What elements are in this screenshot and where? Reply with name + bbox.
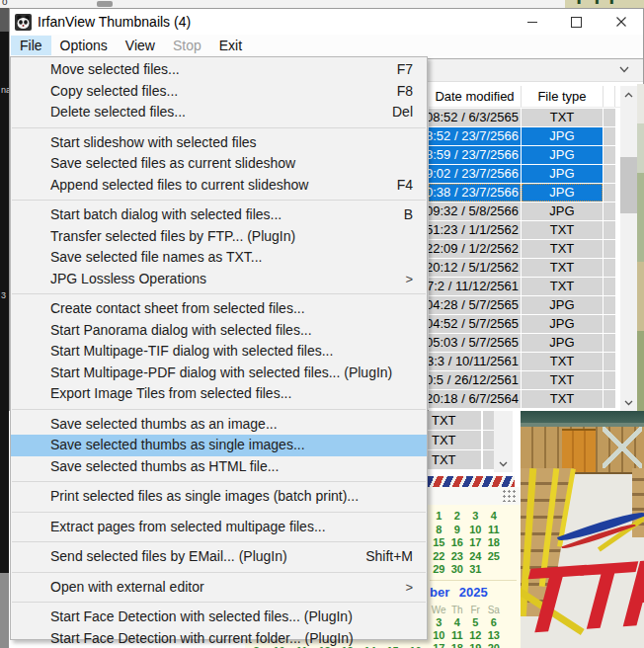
table-row[interactable]: 1/2/2562 / 22:09:...TXT xyxy=(429,239,637,258)
menubar-item-options[interactable]: Options xyxy=(51,36,117,55)
menu-item-label: Start batch dialog with selected files..… xyxy=(50,204,282,226)
minimize-button[interactable] xyxy=(510,9,554,35)
scroll-up-arrow-icon[interactable] xyxy=(620,86,637,103)
table-row[interactable]: 11/12/2561 / 07:2...TXT xyxy=(429,277,637,295)
cell-date-modified: 23/7/2566 / 10:38:... xyxy=(429,184,521,202)
close-button[interactable] xyxy=(599,9,643,35)
menubar-item-stop[interactable]: Stop xyxy=(164,36,210,55)
top-strip-fragment: o xyxy=(2,0,8,7)
cell-extra xyxy=(604,127,615,145)
photo-orange-boxes xyxy=(562,429,596,472)
table-row[interactable]: 23/7/2566 / 09:02:...JPG xyxy=(429,164,637,183)
table-row[interactable]: 5/8/2566 / 09:32:...JPG xyxy=(429,202,637,220)
menu-item[interactable]: Extract pages from selected multipage fi… xyxy=(11,517,427,538)
sliver-gray-top xyxy=(0,8,9,32)
table-row[interactable]: 26/12/2561 / 00:5...TXT xyxy=(429,370,637,389)
menu-item[interactable]: Start Multipage-TIF dialog with selected… xyxy=(11,341,427,363)
calendar-week-row: 10111213 xyxy=(430,627,523,640)
menu-item[interactable]: Transfer selected files by FTP... (PlugI… xyxy=(11,226,427,248)
scrollbar-thumb[interactable] xyxy=(620,157,637,213)
maximize-icon xyxy=(571,17,582,28)
menu-item[interactable]: Move selected files...F7 xyxy=(11,59,427,81)
table-row[interactable]: 6/3/2565 / 08:52:...TXT xyxy=(429,108,637,126)
irfanview-app-icon xyxy=(15,14,32,31)
table-row[interactable]: 6/7/2564 / 20:18:...TXT xyxy=(429,389,637,408)
scroll-down-arrow-icon[interactable] xyxy=(494,455,513,472)
menu-item-label: Start Multipage-TIF dialog with selected… xyxy=(50,341,333,363)
calendar-month-top: 12348910111516171822232425293031 xyxy=(430,505,523,575)
table-row[interactable]: 5/7/2565 / 15:05:03JPG xyxy=(429,333,637,352)
list-scrollbar[interactable] xyxy=(620,86,637,411)
menu-item[interactable]: Start slideshow with selected files xyxy=(11,132,427,154)
background-image-corner: TTP xyxy=(565,0,644,8)
menu-item[interactable]: Open with external editor> xyxy=(11,577,427,599)
menu-item-shortcut: Shift+M xyxy=(354,546,413,568)
table-row[interactable]: 10/11/2561 / 13:3...TXT xyxy=(429,352,637,370)
menu-item[interactable]: Delete selected files...Del xyxy=(11,102,427,123)
menu-separator xyxy=(12,409,426,410)
menu-item[interactable]: Start batch dialog with selected files..… xyxy=(11,204,427,226)
cell-file-type: JPG xyxy=(522,146,603,164)
menu-item[interactable]: Append selected files to current slidesh… xyxy=(11,175,427,197)
cell-extra xyxy=(604,240,615,258)
scroll-down-arrow-icon[interactable] xyxy=(620,394,637,411)
menu-item[interactable]: Print selected files as single images (b… xyxy=(11,486,427,508)
table-row[interactable]: 1/1/2562 / 14:51:23TXT xyxy=(429,220,637,239)
menubar-item-exit[interactable]: Exit xyxy=(210,36,251,55)
menu-separator xyxy=(12,541,426,542)
menu-item[interactable]: Create contact sheet from selected files… xyxy=(11,298,427,320)
menu-item[interactable]: Copy selected files...F8 xyxy=(11,81,427,103)
maximize-button[interactable] xyxy=(554,9,599,35)
menu-item[interactable]: Save selected thumbs as single images... xyxy=(11,435,427,456)
table-row[interactable]: 23/7/2566 / 10:38:...JPG xyxy=(429,183,637,202)
menu-item-label: Save selected file names as TXT... xyxy=(50,247,263,269)
submenu-arrow-icon: > xyxy=(405,577,413,599)
menu-separator xyxy=(12,127,426,128)
menu-item[interactable]: Start Multipage-PDF dialog with selected… xyxy=(11,363,427,384)
striped-border-graphic xyxy=(428,476,515,487)
calendar-day: 19 xyxy=(466,642,485,648)
menubar-item-view[interactable]: View xyxy=(117,36,164,55)
calendar-week-row: 1234 xyxy=(430,508,523,522)
warehouse-photo: TTP xyxy=(521,411,644,648)
table-row[interactable]: 5/7/2565 / 15:04:52JPG xyxy=(429,314,637,333)
company-logo-text: TTP xyxy=(521,543,644,648)
cell-extra xyxy=(604,353,615,370)
table-row[interactable]: 5/1/2562 / 20:12:...TXT xyxy=(429,258,637,277)
table-row[interactable]: 23/7/2566 / 08:52:...JPG xyxy=(429,126,637,145)
table-row[interactable]: 5/7/2565 / 15:04:28JPG xyxy=(429,295,637,314)
menu-item[interactable]: Save selected thumbs as HTML file... xyxy=(11,456,427,478)
mini-cell-extra xyxy=(483,411,494,430)
cell-file-type: JPG xyxy=(522,127,603,145)
menu-item[interactable]: Send selected files by EMail... (PlugIn)… xyxy=(11,546,427,568)
column-header-file-type[interactable]: File type xyxy=(522,86,604,107)
menu-item[interactable]: JPG Lossless Operations> xyxy=(11,269,427,290)
mini-scrollbar[interactable] xyxy=(494,411,513,472)
menu-item[interactable]: Start Panorama dialog with selected file… xyxy=(11,320,427,342)
cell-date-modified: 23/7/2566 / 08:59:... xyxy=(429,146,521,164)
menubar-item-file[interactable]: File xyxy=(11,36,51,55)
menu-item[interactable]: Save selected files as current slideshow xyxy=(11,153,427,175)
menu-item-label: Export Image Tiles from selected files..… xyxy=(50,383,291,405)
column-header-date-modified[interactable]: Date modified xyxy=(429,86,522,107)
mini-cell-extra xyxy=(483,450,494,469)
menu-item[interactable]: Start Face Detection with selected files… xyxy=(11,607,427,628)
cell-file-type: JPG xyxy=(522,165,603,183)
mini-cell-file-type: TXT xyxy=(428,450,481,469)
window-bottom-strip xyxy=(428,487,521,505)
photo-cross-brace xyxy=(603,427,642,468)
menu-item-shortcut: Del xyxy=(380,102,413,123)
menu-item[interactable]: Start Face Detection with current folder… xyxy=(11,628,427,648)
menu-item-label: Move selected files... xyxy=(50,59,180,81)
submenu-arrow-icon: > xyxy=(405,269,413,290)
column-header-extra[interactable] xyxy=(604,86,615,107)
file-list: Date modified File type 6/3/2565 / 08:52… xyxy=(429,86,637,411)
table-row[interactable]: 23/7/2566 / 08:59:...JPG xyxy=(429,145,637,164)
menu-item[interactable]: Export Image Tiles from selected files..… xyxy=(11,383,427,405)
calendar-day: 20 xyxy=(485,642,504,648)
cell-file-type: JPG xyxy=(522,184,603,202)
resize-grip[interactable] xyxy=(502,489,517,502)
menu-item-label: Create contact sheet from selected files… xyxy=(50,298,305,320)
menu-item[interactable]: Save selected thumbs as an image... xyxy=(11,414,427,436)
menu-item[interactable]: Save selected file names as TXT... xyxy=(11,247,427,269)
